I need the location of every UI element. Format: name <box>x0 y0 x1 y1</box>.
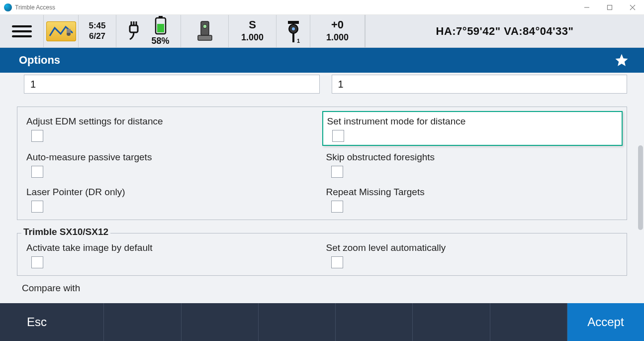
instrument-cell[interactable] <box>181 15 229 47</box>
s-label: S <box>249 19 256 30</box>
target-metric-cell[interactable]: +0 1.000 <box>310 15 365 47</box>
svg-rect-12 <box>198 35 212 40</box>
options-group-distance: Adjust EDM settings for distance Set ins… <box>17 107 627 220</box>
battery-icon <box>154 16 167 35</box>
group-legend-sx10: Trimble SX10/SX12 <box>21 227 110 237</box>
checkbox-laser-pointer[interactable] <box>31 201 43 213</box>
checkbox-set-zoom-auto[interactable] <box>331 256 343 268</box>
s-metric-cell[interactable]: S 1.000 <box>229 15 276 47</box>
input-right[interactable]: 1 <box>332 75 628 94</box>
minimize-button[interactable] <box>575 0 598 15</box>
svg-rect-1 <box>608 5 612 9</box>
menu-button[interactable] <box>0 15 44 47</box>
svg-point-11 <box>203 24 207 28</box>
maximize-button[interactable] <box>598 0 621 15</box>
option-repeat-missing: Repeat Missing Targets <box>325 185 619 214</box>
softkey-2[interactable] <box>104 303 181 341</box>
option-skip-obstructed: Skip obstructed foresights <box>325 150 619 179</box>
svg-rect-9 <box>157 24 164 32</box>
target-offset: +0 <box>331 19 344 30</box>
power-plug-icon <box>127 20 140 42</box>
angles-readout: HA:7°59'42" VA:84°04'33" <box>436 25 574 38</box>
softkey-accept[interactable]: Accept <box>567 303 644 341</box>
softkey-bar: Esc Accept <box>0 303 644 341</box>
time-label: 5:45 <box>89 21 105 31</box>
status-bar: 5:45 6/27 58% S 1.000 <box>0 15 644 48</box>
option-set-zoom-auto: Set zoom level automatically <box>325 240 619 269</box>
checkbox-set-instrument-mode[interactable] <box>332 130 344 142</box>
page-header: Options <box>0 48 644 73</box>
checkbox-activate-take-image[interactable] <box>31 256 43 268</box>
compare-with-label: Compare with <box>22 283 627 294</box>
checkbox-auto-measure[interactable] <box>31 166 43 178</box>
prism-target-icon: 1 <box>285 19 302 44</box>
power-cell[interactable]: 58% <box>116 15 181 47</box>
job-button[interactable] <box>44 15 79 47</box>
softkey-6[interactable] <box>413 303 490 341</box>
svg-text:1: 1 <box>297 38 300 44</box>
close-button[interactable] <box>621 0 644 15</box>
checkbox-repeat-missing[interactable] <box>331 201 343 213</box>
date-label: 6/27 <box>89 31 105 41</box>
job-icon <box>46 21 76 41</box>
angles-cell[interactable]: HA:7°59'42" VA:84°04'33" <box>365 15 644 47</box>
options-group-sx10: Trimble SX10/SX12 Activate take image by… <box>17 233 627 276</box>
app-icon <box>4 3 12 11</box>
window-title: Trimble Access <box>15 4 55 11</box>
checkbox-adjust-edm[interactable] <box>31 130 43 142</box>
content-area: 1 1 Adjust EDM settings for distance Set… <box>0 73 644 303</box>
battery-percent: 58% <box>151 36 169 46</box>
input-left[interactable]: 1 <box>24 75 320 94</box>
option-laser-pointer: Laser Pointer (DR only) <box>25 185 319 214</box>
favorite-star-icon[interactable] <box>614 53 629 68</box>
hamburger-icon <box>12 25 32 38</box>
svg-rect-6 <box>130 25 138 32</box>
target-value: 1.000 <box>326 32 349 43</box>
svg-point-15 <box>292 27 295 30</box>
s-value: 1.000 <box>241 32 264 43</box>
svg-rect-5 <box>67 29 71 33</box>
datetime-cell[interactable]: 5:45 6/27 <box>79 15 116 47</box>
softkey-4[interactable] <box>259 303 336 341</box>
scrollbar-thumb[interactable] <box>638 145 643 230</box>
softkey-7[interactable] <box>490 303 567 341</box>
softkey-5[interactable] <box>336 303 413 341</box>
option-set-instrument-mode: Set instrument mode for distance <box>322 111 623 146</box>
window-titlebar: Trimble Access <box>0 0 644 15</box>
option-auto-measure: Auto-measure passive targets <box>25 150 319 179</box>
page-title: Options <box>19 54 60 67</box>
option-activate-take-image: Activate take image by default <box>25 240 319 269</box>
target-icon-cell[interactable]: 1 <box>276 15 310 47</box>
svg-rect-13 <box>288 21 299 24</box>
softkey-3[interactable] <box>182 303 259 341</box>
softkey-esc[interactable]: Esc <box>0 303 104 341</box>
option-adjust-edm: Adjust EDM settings for distance <box>25 114 319 144</box>
svg-rect-16 <box>292 33 294 42</box>
checkbox-skip-obstructed[interactable] <box>331 166 343 178</box>
total-station-icon <box>195 19 215 43</box>
